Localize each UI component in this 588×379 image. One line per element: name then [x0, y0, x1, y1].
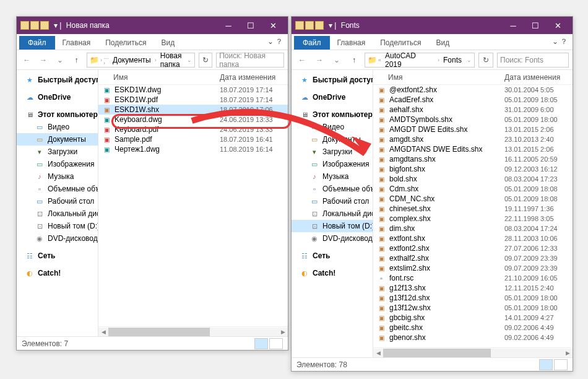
titlebar[interactable]: ▾ | Новая папка ─ ☐ ✕ [17, 17, 288, 34]
sidebar-item[interactable]: ▭Документы [292, 133, 373, 146]
scrollbar-thumb[interactable] [383, 349, 491, 357]
scroll-right-icon[interactable]: ▶ [278, 328, 288, 336]
tab-file[interactable]: Файл [294, 36, 330, 50]
minimize-button[interactable]: ─ [217, 17, 240, 34]
refresh-button[interactable]: ↻ [478, 53, 493, 68]
file-row[interactable]: ▣g13f12w.shx05.01.2009 18:00 [373, 303, 573, 313]
sidebar-item[interactable]: ▭Документы [17, 133, 98, 146]
dropdown-icon[interactable]: ⌄ [187, 57, 192, 63]
sidebar-item[interactable]: ▫Объемные объект [17, 183, 98, 195]
file-row[interactable]: ▣gbcbig.shx14.01.2009 4:27 [373, 313, 573, 323]
close-button[interactable]: ✕ [547, 17, 569, 34]
file-row[interactable]: ▣Keyboard.pdf24.06.2019 13:33 [98, 124, 288, 134]
sidebar-item[interactable]: 🖥Этот компьютер [292, 108, 373, 121]
sidebar-item[interactable]: ★Быстрый доступ [292, 74, 373, 86]
file-row[interactable]: ▣amgdtans.shx16.11.2005 20:59 [373, 154, 573, 164]
path-seg[interactable]: Новая папка [158, 51, 184, 69]
scroll-h[interactable]: ◀ ▶ [373, 347, 573, 357]
file-list[interactable]: ▣@extfont2.shx30.01.2004 5:05▣AcadEref.s… [373, 85, 573, 347]
sidebar-item[interactable]: ⊡Новый том (D:) [17, 220, 98, 232]
tab-file[interactable]: Файл [19, 36, 55, 50]
view-details-button[interactable] [254, 338, 268, 349]
view-icons-button[interactable] [269, 338, 283, 349]
path-box[interactable]: 📁 › … › Документы › Новая папка ⌄ [87, 53, 195, 68]
sidebar-item[interactable]: ⊡Локальный диск (C [292, 207, 373, 220]
path-box[interactable]: 📁 « AutoCAD 2019 › Fonts ⌄ [365, 53, 475, 68]
tab-share[interactable]: Поделиться [98, 36, 153, 50]
file-row[interactable]: ▣@extfont2.shx30.01.2004 5:05 [373, 85, 573, 95]
scroll-right-icon[interactable]: ▶ [563, 349, 573, 357]
col-date[interactable]: Дата изменения [220, 73, 288, 82]
nav-recent-button[interactable]: ⌄ [330, 53, 344, 67]
sidebar-item[interactable]: ▭Изображения [17, 158, 98, 170]
file-row[interactable]: ▣complex.shx22.11.1998 3:05 [373, 214, 573, 224]
file-row[interactable]: ▣dim.shx08.03.2004 17:24 [373, 224, 573, 233]
file-row[interactable]: ▣chineset.shx19.11.1997 1:36 [373, 204, 573, 214]
file-row[interactable]: ▣amgdt.shx23.10.2013 2:40 [373, 134, 573, 144]
view-details-button[interactable] [539, 359, 553, 370]
file-row[interactable]: ▣AMGDT DWE Edits.shx13.01.2015 2:06 [373, 124, 573, 134]
sidebar-item[interactable]: ▾Загрузки [292, 146, 373, 158]
help-icon[interactable]: ⌄ ？ [547, 34, 573, 50]
file-row[interactable]: ▣Чертеж1.dwg11.08.2019 16:14 [98, 144, 288, 154]
sidebar-item[interactable]: ▭Видео [292, 121, 373, 133]
refresh-button[interactable]: ↻ [199, 53, 213, 68]
maximize-button[interactable]: ☐ [240, 17, 262, 34]
chevron-icon[interactable]: › [100, 57, 102, 63]
sidebar-item[interactable]: ▾Загрузки [17, 146, 98, 158]
col-date[interactable]: Дата изменения [504, 73, 573, 82]
file-row[interactable]: ▣exthalf2.shx09.07.2009 23:39 [373, 253, 573, 263]
path-seg[interactable]: AutoCAD 2019 [383, 51, 436, 69]
tab-home[interactable]: Главная [55, 36, 98, 50]
file-row[interactable]: ▣Cdm.shx05.01.2009 18:08 [373, 184, 573, 194]
maximize-button[interactable]: ☐ [524, 17, 547, 34]
sidebar-item[interactable]: ☁OneDrive [292, 91, 373, 103]
file-row[interactable]: ▫font.rsc21.10.2009 16:05 [373, 273, 573, 283]
sidebar-item[interactable]: ▭Видео [17, 121, 98, 133]
close-button[interactable]: ✕ [262, 17, 284, 34]
tab-share[interactable]: Поделиться [373, 36, 428, 50]
nav-up-button[interactable]: ↑ [70, 53, 83, 67]
sidebar-item[interactable]: ☷Сеть [292, 250, 373, 262]
help-icon[interactable]: ⌄ ？ [262, 34, 288, 50]
column-header[interactable]: Имя Дата изменения [98, 70, 288, 85]
file-row[interactable]: ▣bigfont.shx09.12.2003 16:12 [373, 164, 573, 174]
search-input[interactable]: Поиск: Новая папка [216, 53, 284, 68]
col-name[interactable]: Имя [388, 73, 504, 82]
sidebar-item[interactable]: ⊡Локальный диск (C [17, 207, 98, 220]
column-header[interactable]: Имя Дата изменения [373, 70, 573, 85]
file-row[interactable]: ▣ESKD1W.dwg18.07.2019 17:14 [98, 85, 288, 95]
scrollbar-thumb[interactable] [108, 328, 210, 336]
sidebar-item[interactable]: ▭Изображения [292, 158, 373, 170]
tab-home[interactable]: Главная [330, 36, 373, 50]
dropdown-icon[interactable]: ⌄ [467, 57, 472, 63]
file-row[interactable]: ▣gbenor.shx09.02.2006 4:49 [373, 333, 573, 342]
sidebar-item[interactable]: ▫Объемные объект [292, 183, 373, 195]
file-list[interactable]: ▣ESKD1W.dwg18.07.2019 17:14▣ESKD1W.pdf18… [98, 85, 288, 326]
minimize-button[interactable]: ─ [502, 17, 524, 34]
file-row[interactable]: ▣extslim2.shx09.07.2009 23:39 [373, 263, 573, 273]
path-seg[interactable]: Документы [110, 56, 153, 64]
file-row[interactable]: ▣AcadEref.shx05.01.2009 18:05 [373, 95, 573, 105]
sidebar-item[interactable]: 🖥Этот компьютер [17, 108, 98, 121]
tab-view[interactable]: Вид [153, 36, 182, 50]
sidebar-item[interactable]: ⊡Новый том (D:) [292, 220, 373, 232]
scroll-left-icon[interactable]: ◀ [98, 328, 108, 336]
file-row[interactable]: ▣AMGDTANS DWE Edits.shx13.01.2015 2:06 [373, 144, 573, 154]
nav-back-button[interactable]: ← [295, 53, 309, 67]
scroll-left-icon[interactable]: ◀ [373, 349, 383, 357]
nav-recent-button[interactable]: ⌄ [53, 53, 66, 67]
file-row[interactable]: ▣g13f12d.shx05.01.2009 18:00 [373, 293, 573, 303]
path-seg[interactable]: Fonts [441, 56, 464, 64]
sidebar-item[interactable]: ◐Catch! [17, 267, 98, 279]
file-row[interactable]: ▣aehalf.shx31.01.2009 6:00 [373, 105, 573, 115]
file-row[interactable]: ▣ESKD1W.shx18.07.2019 17:06 [98, 105, 288, 115]
sidebar-item[interactable]: ◐Catch! [292, 267, 373, 279]
sidebar-item[interactable]: ◉DVD-дисковод (E:) [292, 232, 373, 245]
sidebar-item[interactable]: ♪Музыка [292, 170, 373, 183]
file-row[interactable]: ▣extfont2.shx27.07.2006 12:33 [373, 243, 573, 253]
file-row[interactable]: ▣Keyboard.dwg24.06.2019 13:33 [98, 115, 288, 124]
file-row[interactable]: ▣g12f13.shx12.11.2015 2:40 [373, 283, 573, 293]
sidebar-item[interactable]: ◉DVD-дисковод (E:) [17, 232, 98, 245]
nav-fwd-button[interactable]: → [313, 53, 326, 67]
